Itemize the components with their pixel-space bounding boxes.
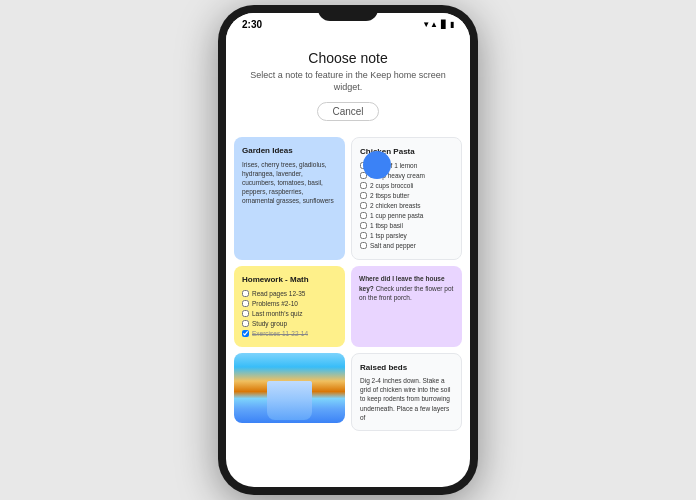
checklist-item: Study group [242,319,337,328]
checklist-item: Read pages 12-35 [242,289,337,298]
checklist-item: 1 tbsp basil [360,221,453,230]
dialog-subtitle: Select a note to feature in the Keep hom… [242,70,454,93]
checkbox[interactable] [242,320,249,327]
status-icons: ▼▲ ▊ ▮ [422,20,454,29]
phone-screen: 2:30 ▼▲ ▊ ▮ Choose note Select a note to… [226,13,470,487]
note-waterfall-image[interactable] [234,353,345,423]
checkbox[interactable] [242,330,249,337]
checkbox[interactable] [242,300,249,307]
waterfall-visual [234,353,345,423]
signal-icon: ▼▲ [422,20,438,29]
checklist-item: 1 tsp parsley [360,231,453,240]
checklist-item: 2 cups broccoli [360,181,453,190]
checkbox[interactable] [360,182,367,189]
checklist-item: 2 chicken breasts [360,201,453,210]
notch [318,5,378,21]
note-house-key[interactable]: Where did I leave the house key? Check u… [351,266,462,347]
dialog-header: Choose note Select a note to feature in … [226,32,470,129]
checklist-item: Last month's quiz [242,309,337,318]
battery-icon: ▮ [450,20,454,29]
checklist-item: 1 cup penne pasta [360,211,453,220]
cancel-button[interactable]: Cancel [317,102,378,121]
note-content: Where did I leave the house key? Check u… [359,274,454,301]
status-time: 2:30 [242,19,262,30]
note-title: Raised beds [360,362,453,373]
checkbox[interactable] [360,192,367,199]
note-raised-beds[interactable]: Raised beds Dig 2-4 inches down. Stake a… [351,353,462,431]
checklist-item: 2 tbsps butter [360,191,453,200]
notes-grid: Garden Ideas Irises, cherry trees, gladi… [234,137,462,430]
note-chicken-pasta-container: Chicken Pasta Juice of 1 lemon 1 cup hea… [351,137,462,260]
checkbox[interactable] [360,242,367,249]
checklist-item: Salt and pepper [360,241,453,250]
checkbox[interactable] [242,290,249,297]
checkbox[interactable] [360,232,367,239]
phone-frame: 2:30 ▼▲ ▊ ▮ Choose note Select a note to… [218,5,478,495]
note-homework-math[interactable]: Homework - Math Read pages 12-35 Problem… [234,266,345,347]
dialog-title: Choose note [242,50,454,66]
checklist-item: Problems #2-10 [242,299,337,308]
checkbox[interactable] [360,202,367,209]
note-title: Homework - Math [242,274,337,285]
checkbox[interactable] [242,310,249,317]
note-content: Irises, cherry trees, gladiolus, hydrang… [242,160,337,205]
wifi-icon: ▊ [441,20,447,29]
note-title: Garden Ideas [242,145,337,156]
note-content: Dig 2-4 inches down. Stake a grid of chi… [360,376,453,421]
notes-scroll-area[interactable]: Garden Ideas Irises, cherry trees, gladi… [226,129,470,487]
checkbox[interactable] [360,222,367,229]
note-garden-ideas[interactable]: Garden Ideas Irises, cherry trees, gladi… [234,137,345,260]
checklist-item: Exercises 11-22-14 [242,329,337,338]
checkbox[interactable] [360,212,367,219]
